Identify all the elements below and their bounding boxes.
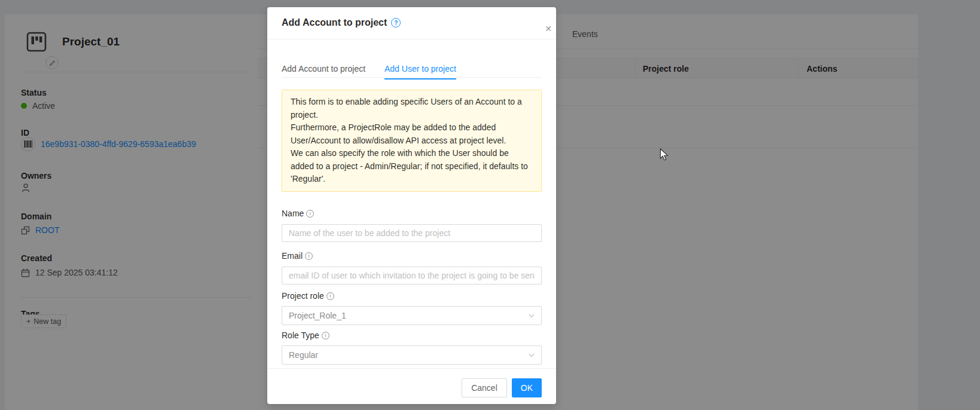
name-label-text: Name: [282, 209, 304, 218]
info-alert: This form is to enable adding specific U…: [282, 90, 542, 192]
modal-tabbar-divider: [282, 77, 542, 78]
screen: Project_01 Status Active ID 16e9b931-038…: [0, 0, 980, 410]
chevron-down-icon: [529, 314, 535, 318]
alert-line: This form is to enable adding specific U…: [291, 96, 533, 121]
help-icon[interactable]: ?: [391, 18, 401, 27]
tab-add-account-to-project[interactable]: Add Account to project: [282, 64, 365, 78]
name-field-label: Name i: [282, 209, 314, 218]
project-role-label-text: Project role: [282, 291, 324, 301]
info-icon[interactable]: i: [306, 210, 314, 218]
name-input[interactable]: [282, 224, 542, 242]
alert-line: We can also specify the role with which …: [291, 147, 533, 186]
email-input[interactable]: [282, 267, 542, 284]
modal-header: Add Account to project ? ✕: [267, 7, 556, 39]
chevron-down-icon: [529, 353, 535, 357]
add-account-modal: Add Account to project ? ✕ Add Account t…: [267, 7, 556, 404]
modal-footer: Cancel OK: [267, 368, 556, 397]
project-role-field-label: Project role i: [282, 291, 334, 301]
role-type-select[interactable]: Regular: [282, 345, 542, 365]
project-role-select[interactable]: Project_Role_1: [282, 306, 542, 325]
info-icon[interactable]: i: [326, 292, 334, 300]
modal-title-row: Add Account to project ?: [282, 17, 542, 28]
email-label-text: Email: [282, 251, 303, 261]
role-type-value: Regular: [289, 350, 318, 360]
info-icon[interactable]: i: [305, 252, 313, 260]
role-type-label-text: Role Type: [282, 331, 319, 340]
info-icon[interactable]: i: [322, 332, 329, 339]
email-field-label: Email i: [282, 251, 313, 261]
cancel-button[interactable]: Cancel: [462, 378, 507, 397]
role-type-field-label: Role Type i: [282, 331, 329, 340]
ok-button[interactable]: OK: [512, 378, 542, 397]
alert-line: Furthermore, a ProjectRole may be added …: [291, 121, 533, 147]
project-role-value: Project_Role_1: [289, 311, 346, 320]
close-icon[interactable]: ✕: [545, 25, 552, 33]
modal-title: Add Account to project: [282, 17, 387, 28]
